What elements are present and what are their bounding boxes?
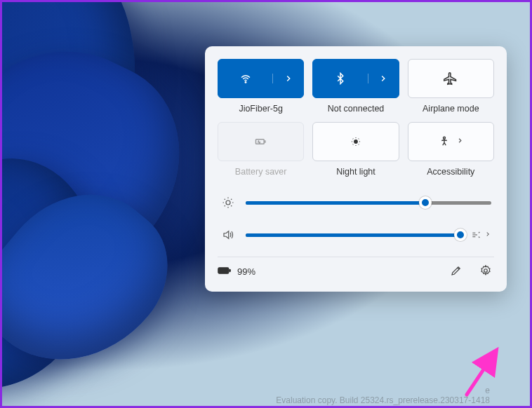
bluetooth-tile[interactable] <box>312 59 399 98</box>
bluetooth-expand-button[interactable] <box>368 74 399 83</box>
svg-point-7 <box>484 268 488 272</box>
wifi-icon <box>239 72 252 85</box>
wifi-tile[interactable] <box>218 59 304 98</box>
chevron-right-icon <box>284 74 293 83</box>
svg-rect-5 <box>218 268 229 273</box>
night-light-tile[interactable] <box>312 122 399 161</box>
bluetooth-toggle[interactable] <box>313 72 367 85</box>
gear-icon <box>479 264 492 280</box>
bluetooth-icon <box>334 72 347 85</box>
accessibility-icon <box>438 135 451 148</box>
battery-saver-label: Battery saver <box>235 167 287 177</box>
wifi-label: JioFiber-5g <box>239 104 283 114</box>
airplane-mode-tile[interactable] <box>408 59 494 98</box>
brightness-icon <box>220 196 236 209</box>
chevron-right-icon <box>456 137 464 147</box>
svg-point-4 <box>226 200 230 205</box>
night-light-label: Night light <box>336 167 375 177</box>
tiles-grid: JioFiber-5g Not connected <box>218 59 494 177</box>
battery-icon <box>218 266 232 278</box>
panel-footer: 99% <box>218 257 494 279</box>
volume-slider-row <box>220 229 491 241</box>
edit-button[interactable] <box>448 264 465 280</box>
wifi-toggle[interactable] <box>218 72 272 85</box>
brightness-slider[interactable] <box>246 196 491 209</box>
evaluation-watermark: e Evaluation copy. Build 25324.rs_prerel… <box>276 386 490 405</box>
battery-saver-tile <box>218 122 304 161</box>
airplane-icon <box>444 72 458 86</box>
battery-status[interactable]: 99% <box>218 266 255 278</box>
pencil-icon <box>450 264 463 280</box>
bluetooth-label: Not connected <box>328 104 385 114</box>
chevron-right-icon <box>484 230 491 240</box>
volume-output-button[interactable] <box>470 229 491 240</box>
volume-icon <box>220 229 236 241</box>
volume-slider[interactable] <box>246 229 460 241</box>
svg-point-0 <box>245 82 246 83</box>
sliders-section <box>218 196 494 241</box>
chevron-right-icon <box>378 74 388 83</box>
airplane-label: Airplane mode <box>423 104 479 114</box>
svg-point-3 <box>443 137 445 139</box>
battery-saver-icon <box>254 135 268 149</box>
brightness-slider-thumb[interactable] <box>419 196 432 209</box>
battery-percent: 99% <box>237 266 255 277</box>
accessibility-tile[interactable] <box>408 122 494 161</box>
quick-settings-panel: JioFiber-5g Not connected <box>205 46 507 292</box>
svg-rect-6 <box>230 269 231 271</box>
volume-slider-thumb[interactable] <box>454 229 467 241</box>
night-light-icon <box>350 135 362 148</box>
wifi-expand-button[interactable] <box>272 74 303 83</box>
brightness-slider-row <box>220 196 491 209</box>
settings-button[interactable] <box>477 264 494 280</box>
svg-point-2 <box>354 140 358 144</box>
accessibility-label: Accessibility <box>427 167 474 177</box>
